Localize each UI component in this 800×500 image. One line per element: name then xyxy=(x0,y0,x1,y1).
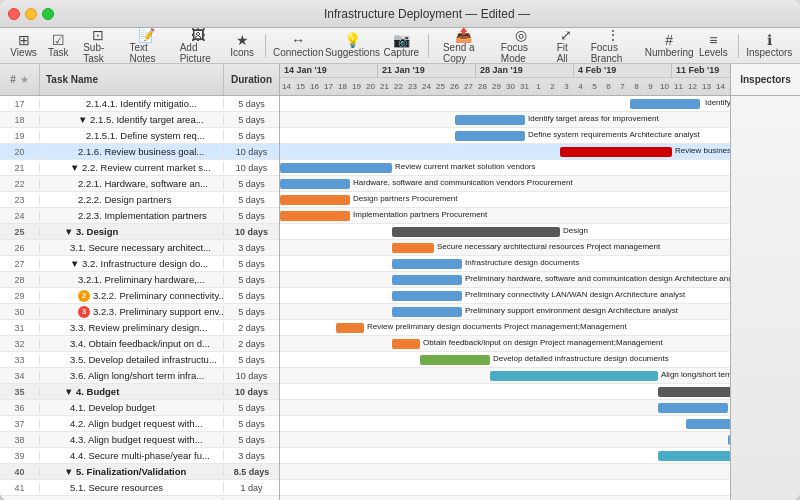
table-row[interactable]: 283.2.1. Preliminary hardware,...5 days xyxy=(0,272,279,288)
subtask-button[interactable]: ⊡ Sub-Task xyxy=(77,26,119,66)
table-row[interactable]: 313.3. Review preliminary design...2 day… xyxy=(0,320,279,336)
table-row[interactable]: 202.1.6. Review business goal...10 days xyxy=(0,144,279,160)
row-number: 22 xyxy=(0,179,40,189)
table-row[interactable]: 232.2.2. Design partners5 days xyxy=(0,192,279,208)
send-copy-label: Send a Copy xyxy=(443,42,485,64)
focus-mode-button[interactable]: ◎ Focus Mode xyxy=(495,26,547,66)
table-row[interactable]: 415.1. Secure resources1 day xyxy=(0,480,279,496)
row-number: 38 xyxy=(0,435,40,445)
table-row[interactable]: 263.1. Secure necessary architect...3 da… xyxy=(0,240,279,256)
gantt-bar xyxy=(658,403,728,413)
table-row[interactable]: 3033.2.3. Preliminary support env...5 da… xyxy=(0,304,279,320)
row-duration: 5 days xyxy=(224,403,279,413)
icons-icon: ★ xyxy=(236,33,249,47)
row-number: 28 xyxy=(0,275,40,285)
suggestions-icon: 💡 xyxy=(344,33,361,47)
gantt-bar-label: Align long/short term infrastructure des… xyxy=(661,370,730,379)
table-row[interactable]: 18▼ 2.1.5. Identify target area...5 days xyxy=(0,112,279,128)
gantt-bar xyxy=(392,275,462,285)
gantt-bar-label: Implementation partners Procurement xyxy=(353,210,487,219)
row-duration: 2 days xyxy=(224,323,279,333)
subtask-label: Sub-Task xyxy=(83,42,113,64)
table-row[interactable]: 21▼ 2.2. Review current market s...10 da… xyxy=(0,160,279,176)
table-row[interactable]: 364.1. Develop budget5 days xyxy=(0,400,279,416)
table-row[interactable]: 425.2. Finalize detailed design2 days xyxy=(0,496,279,500)
icons-button[interactable]: ★ Icons xyxy=(227,31,257,60)
gantt-month: 21 Jan '1921222324252627 xyxy=(378,64,476,95)
icons-label: Icons xyxy=(230,47,254,58)
table-row[interactable]: 384.3. Align budget request with...5 day… xyxy=(0,432,279,448)
gantt-day: 11 xyxy=(672,78,686,95)
add-picture-button[interactable]: 🖼 Add Picture xyxy=(174,26,223,66)
focus-branch-button[interactable]: ⋮ Focus Branch xyxy=(585,26,642,66)
gantt-bar xyxy=(280,195,350,205)
send-copy-button[interactable]: 📤 Send a Copy xyxy=(437,26,491,66)
fit-all-button[interactable]: ⤢ Fit All xyxy=(551,26,581,66)
task-button[interactable]: ☑ Task xyxy=(43,31,73,60)
table-row[interactable]: 40▼ 5. Finalization/Validation8.5 days xyxy=(0,464,279,480)
table-row[interactable]: 394.4. Secure multi-phase/year fu...3 da… xyxy=(0,448,279,464)
gantt-rows: Identify mitigation of geographic factor… xyxy=(280,96,730,500)
gantt-row: Preliminary connectivity LAN/WAN design … xyxy=(280,288,730,304)
table-row[interactable]: 323.4. Obtain feedback/input on d...2 da… xyxy=(0,336,279,352)
inspectors-header: Inspectors xyxy=(731,64,800,96)
gantt-row: Secure necessary architectural resources… xyxy=(280,240,730,256)
col-header-task: Task Name xyxy=(40,64,224,95)
capture-label: Capture xyxy=(384,47,420,58)
gantt-bar-label: Preliminary connectivity LAN/WAN design … xyxy=(465,290,685,299)
gantt-bar xyxy=(560,147,672,157)
table-row[interactable]: 343.6. Align long/short term infra...10 … xyxy=(0,368,279,384)
row-number: 20 xyxy=(0,147,40,157)
table-row[interactable]: 242.2.3. Implementation partners5 days xyxy=(0,208,279,224)
levels-button[interactable]: ≡ Levels xyxy=(697,31,730,60)
subtask-icon: ⊡ xyxy=(92,28,104,42)
gantt-row: Secure resources Project management xyxy=(280,464,730,480)
connection-button[interactable]: ↔ Connection xyxy=(274,31,323,60)
capture-button[interactable]: 📷 Capture xyxy=(382,31,420,60)
row-task-name: 2.1.4.1. Identify mitigatio... xyxy=(60,98,224,109)
gantt-day: 27 xyxy=(462,78,476,95)
views-button[interactable]: ⊞ Views xyxy=(8,31,39,60)
fullscreen-button[interactable] xyxy=(42,8,54,20)
suggestions-button[interactable]: 💡 Suggestions xyxy=(327,31,379,60)
text-notes-button[interactable]: 📝 Text Notes xyxy=(123,26,169,66)
row-duration: 5 days xyxy=(224,99,279,109)
row-number: 39 xyxy=(0,451,40,461)
numbering-button[interactable]: # Numbering xyxy=(645,31,692,60)
row-task-name: 3.1. Secure necessary architect... xyxy=(60,242,224,253)
table-row[interactable]: 192.1.5.1. Define system req...5 days xyxy=(0,128,279,144)
minimize-button[interactable] xyxy=(25,8,37,20)
row-duration: 8.5 days xyxy=(224,467,279,477)
row-duration: 5 days xyxy=(224,355,279,365)
row-task-name: 23.2.2. Preliminary connectivity... xyxy=(60,290,224,302)
row-duration: 5 days xyxy=(224,419,279,429)
table-row[interactable]: 35▼ 4. Budget10 days xyxy=(0,384,279,400)
table-row[interactable]: 374.2. Align budget request with...5 day… xyxy=(0,416,279,432)
table-row[interactable]: 25▼ 3. Design10 days xyxy=(0,224,279,240)
table-row[interactable]: 27▼ 3.2. Infrastructure design do...5 da… xyxy=(0,256,279,272)
gantt-row: Identify mitigation of geographic factor xyxy=(280,96,730,112)
gantt-day: 21 xyxy=(378,78,392,95)
row-task-name: 2.2.1. Hardware, software an... xyxy=(60,178,224,189)
app-window: Infrastructure Deployment — Edited — ⊞ V… xyxy=(0,0,800,500)
gantt-day: 12 xyxy=(686,78,700,95)
numbering-label: Numbering xyxy=(645,47,694,58)
inspectors-button[interactable]: ℹ Inspectors xyxy=(747,31,792,60)
row-task-name: 3.5. Develop detailed infrastructu... xyxy=(60,354,224,365)
table-row[interactable]: 172.1.4.1. Identify mitigatio...5 days xyxy=(0,96,279,112)
gantt-day: 5 xyxy=(588,78,602,95)
task-table: # ★ Task Name Duration 172.1.4.1. Identi… xyxy=(0,64,280,500)
table-row[interactable]: 222.2.1. Hardware, software an...5 days xyxy=(0,176,279,192)
gantt-day: 10 xyxy=(658,78,672,95)
close-button[interactable] xyxy=(8,8,20,20)
row-number: 18 xyxy=(0,115,40,125)
gantt-row: Hardware, software and communication ven… xyxy=(280,176,730,192)
table-row[interactable]: 2923.2.2. Preliminary connectivity...5 d… xyxy=(0,288,279,304)
gantt-month-label: 21 Jan '19 xyxy=(378,64,475,78)
row-task-name: 4.4. Secure multi-phase/year fu... xyxy=(60,450,224,461)
gantt-day: 28 xyxy=(476,78,490,95)
task-rows[interactable]: 172.1.4.1. Identify mitigatio...5 days18… xyxy=(0,96,279,500)
row-task-name: 33.2.3. Preliminary support env... xyxy=(60,306,224,318)
gantt-row: Define system requirements Architecture … xyxy=(280,128,730,144)
table-row[interactable]: 333.5. Develop detailed infrastructu...5… xyxy=(0,352,279,368)
